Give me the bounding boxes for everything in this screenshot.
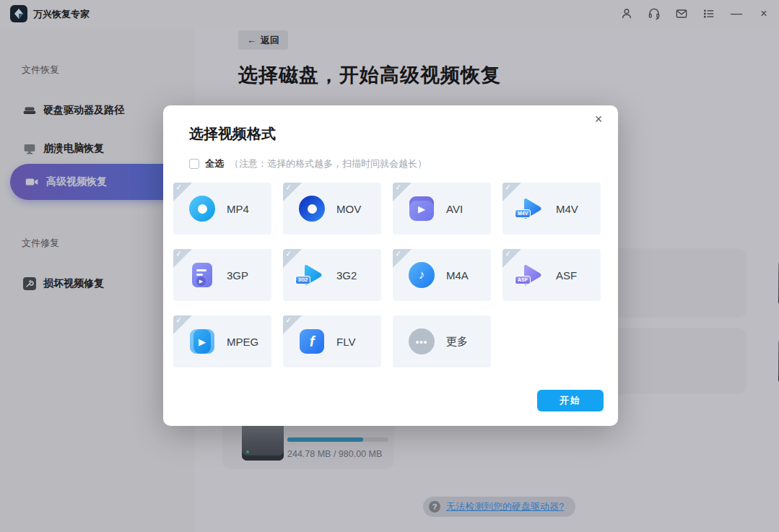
format-tile-flv[interactable]: ✓ f FLV <box>283 315 381 367</box>
format-label: AVI <box>446 203 463 215</box>
format-label: FLV <box>336 336 355 348</box>
m4v-play-icon: M4V <box>517 194 546 223</box>
format-label: 更多 <box>446 335 468 349</box>
app-window: 万兴恢复专家 <box>0 0 779 532</box>
mp4-disc-icon <box>188 194 217 223</box>
check-icon: ✓ <box>175 249 183 258</box>
select-all-checkbox[interactable] <box>189 159 199 169</box>
select-all-note: （注意：选择的格式越多，扫描时间就会越长） <box>230 157 427 170</box>
mpeg-film-icon: ▶ <box>188 327 217 356</box>
format-label: MOV <box>336 203 361 215</box>
format-tile-asf[interactable]: ✓ ASF ASF <box>502 249 601 301</box>
format-tile-3gp[interactable]: ✓ ▶ 3GP <box>173 249 271 301</box>
format-tile-mp4[interactable]: ✓ MP4 <box>173 183 271 235</box>
m4v-badge: M4V <box>515 209 531 218</box>
check-icon: ✓ <box>394 183 402 192</box>
check-icon: ✓ <box>284 315 292 325</box>
3g2-play-icon: 3G2 <box>297 261 326 289</box>
format-label: ASF <box>556 269 577 282</box>
format-tile-3g2[interactable]: ✓ 3G2 3G2 <box>283 249 381 301</box>
select-all-label: 全选 <box>205 157 224 170</box>
m4a-music-icon: ♪ <box>407 261 436 289</box>
check-icon: ✓ <box>504 249 512 258</box>
avi-clapper-icon: ▶ <box>407 194 436 223</box>
format-tile-mov[interactable]: ✓ MOV <box>283 183 381 235</box>
mov-disc-icon <box>297 194 326 223</box>
format-label: 3G2 <box>336 269 357 282</box>
3g2-badge: 3G2 <box>295 276 310 284</box>
format-grid: ✓ MP4 ✓ MOV ✓ ▶ AVI ✓ <box>173 183 601 367</box>
format-label: M4V <box>556 203 578 215</box>
select-video-format-dialog: × 选择视频格式 全选 （注意：选择的格式越多，扫描时间就会越长） ✓ MP4 … <box>163 105 618 426</box>
check-icon: ✓ <box>284 249 292 258</box>
flv-flash-icon: f <box>297 327 326 356</box>
dialog-title: 选择视频格式 <box>189 124 276 144</box>
start-button[interactable]: 开始 <box>537 390 604 411</box>
format-tile-mpeg[interactable]: ✓ ▶ MPEG <box>173 315 271 367</box>
asf-play-icon: ASF <box>517 261 546 289</box>
format-tile-m4a[interactable]: ✓ ♪ M4A <box>393 249 491 301</box>
check-icon: ✓ <box>284 183 292 192</box>
3gp-document-icon: ▶ <box>188 261 217 289</box>
check-icon: ✓ <box>175 315 183 325</box>
dialog-close-icon[interactable]: × <box>589 110 608 128</box>
format-label: M4A <box>446 269 469 282</box>
more-ellipsis-icon: ••• <box>407 327 436 356</box>
check-icon: ✓ <box>394 249 402 258</box>
format-label: 3GP <box>227 269 248 282</box>
check-icon: ✓ <box>175 183 183 192</box>
format-label: MP4 <box>227 203 249 215</box>
asf-badge: ASF <box>515 276 531 284</box>
check-icon: ✓ <box>504 183 512 192</box>
format-tile-avi[interactable]: ✓ ▶ AVI <box>393 183 491 235</box>
select-all-row: 全选 （注意：选择的格式越多，扫描时间就会越长） <box>189 157 427 170</box>
format-tile-more[interactable]: ••• 更多 <box>393 315 491 367</box>
format-tile-m4v[interactable]: ✓ M4V M4V <box>502 183 601 235</box>
format-label: MPEG <box>227 336 258 348</box>
